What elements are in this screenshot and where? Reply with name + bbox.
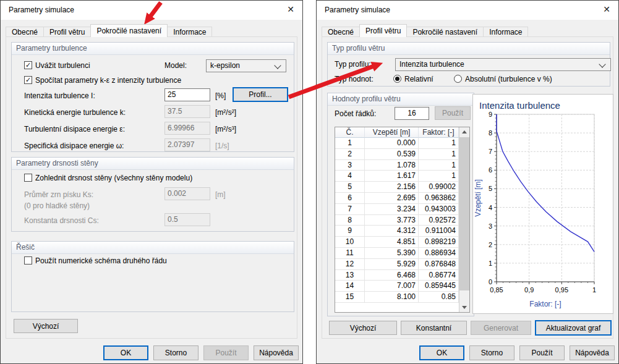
tab-profil-větru[interactable]: Profil větru [43, 27, 91, 37]
table-cell[interactable]: 1.078 [365, 160, 419, 171]
model-combobox[interactable]: k-epsilon [206, 59, 286, 72]
tab-pokročilé-nastavení[interactable]: Pokročilé nastavení [90, 24, 168, 37]
close-icon[interactable]: ✕ [287, 4, 294, 14]
table-row[interactable]: 147.0070.859445 [335, 281, 459, 292]
table-cell[interactable]: 2.156 [365, 182, 419, 193]
checkbox-consider-turbulence[interactable]: ✓ [24, 61, 32, 69]
table-cell[interactable]: 0.99002 [419, 182, 459, 193]
table-cell[interactable]: 15 [335, 292, 365, 303]
tab-informace[interactable]: Informace [167, 27, 212, 37]
scroll-down-icon[interactable] [459, 302, 469, 312]
close-icon[interactable]: ✕ [603, 4, 610, 14]
constant-button[interactable]: Konstantní [401, 321, 467, 335]
cancel-button[interactable]: Storno [153, 345, 199, 360]
help-button[interactable]: Nápověda [570, 345, 615, 360]
table-cell[interactable]: 7.007 [365, 281, 419, 292]
table-cell[interactable]: 5.390 [365, 248, 419, 259]
table-cell[interactable]: 11 [335, 248, 365, 259]
table-cell[interactable]: 1 [419, 171, 459, 182]
table-row[interactable]: 10.0001 [335, 138, 459, 149]
ok-button[interactable]: OK [103, 345, 148, 360]
table-row[interactable]: 20.5391 [335, 149, 459, 160]
tab-pokročilé-nastavení[interactable]: Pokročilé nastavení [406, 27, 484, 37]
row-count-input[interactable]: 16 [395, 107, 429, 120]
table-row[interactable]: 94.3120.911004 [335, 226, 459, 237]
table-row[interactable]: 41.6171 [335, 171, 459, 182]
table-cell[interactable]: 0.85 [419, 292, 459, 303]
ok-button[interactable]: OK [419, 345, 464, 360]
scrollbar-thumb[interactable] [459, 137, 469, 290]
table-row[interactable]: 31.0781 [335, 160, 459, 171]
table-cell[interactable]: 1.617 [365, 171, 419, 182]
table-cell[interactable]: 5 [335, 182, 365, 193]
table-cell[interactable]: 9 [335, 226, 365, 237]
apply-button[interactable]: Použít [519, 345, 565, 360]
table-cell[interactable]: 3.773 [365, 215, 419, 226]
tab-informace[interactable]: Informace [483, 27, 528, 37]
table-cell[interactable]: 5.929 [365, 259, 419, 270]
table-row[interactable]: 83.7730.92572 [335, 215, 459, 226]
table-cell[interactable]: 6 [335, 193, 365, 204]
table-cell[interactable]: 12 [335, 259, 365, 270]
table-cell[interactable]: 1 [335, 138, 365, 149]
table-row[interactable]: 104.8510.898219 [335, 237, 459, 248]
table-cell[interactable]: 0.859445 [419, 281, 459, 292]
table-cell[interactable]: 0.539 [365, 149, 419, 160]
scroll-up-icon[interactable] [459, 127, 469, 137]
default-button[interactable]: Výchozí [14, 319, 78, 333]
column-header[interactable]: Č. [335, 127, 365, 138]
table-cell[interactable]: 7 [335, 204, 365, 215]
table-cell[interactable]: 0.911004 [419, 226, 459, 237]
table-cell[interactable]: 0.898219 [419, 237, 459, 248]
radio-absolute[interactable] [454, 75, 462, 83]
table-cell[interactable]: 0.886934 [419, 248, 459, 259]
table-cell[interactable]: 2.695 [365, 193, 419, 204]
intensity-input[interactable]: 25 [164, 88, 210, 101]
tab-obecné[interactable]: Obecné [322, 27, 360, 37]
table-cell[interactable]: 0.92572 [419, 215, 459, 226]
table-cell[interactable]: 3.234 [365, 204, 419, 215]
profile-button[interactable]: Profil... [233, 87, 288, 102]
tab-profil-větru[interactable]: Profil větru [359, 24, 407, 37]
default-button[interactable]: Výchozí [329, 321, 397, 335]
table-cell[interactable]: 0.86774 [419, 270, 459, 281]
column-header[interactable]: Vzepětí [m] [365, 127, 419, 138]
table-cell[interactable]: 0.963862 [419, 193, 459, 204]
titlebar[interactable]: Parametry simulace ✕ [1, 1, 302, 20]
checkbox-compute-ke[interactable]: ✓ [24, 76, 32, 84]
table-cell[interactable]: 4 [335, 171, 365, 182]
table-cell[interactable]: 4.851 [365, 237, 419, 248]
tab-obecné[interactable]: Obecné [6, 27, 44, 37]
table-row[interactable]: 158.1000.85 [335, 292, 459, 303]
table-cell[interactable]: 8 [335, 215, 365, 226]
table-cell[interactable]: 2 [335, 149, 365, 160]
table-row[interactable]: 125.9290.876848 [335, 259, 459, 270]
table-cell[interactable]: 4.312 [365, 226, 419, 237]
table-row[interactable]: 52.1560.99002 [335, 182, 459, 193]
table-cell[interactable]: 1 [419, 149, 459, 160]
table-row[interactable]: 115.3900.886934 [335, 248, 459, 259]
table-cell[interactable]: 0.876848 [419, 259, 459, 270]
table-cell[interactable]: 10 [335, 237, 365, 248]
table-cell[interactable]: 3 [335, 160, 365, 171]
table-cell[interactable]: 8.100 [365, 292, 419, 303]
table-cell[interactable]: 0.943003 [419, 204, 459, 215]
table-cell[interactable]: 14 [335, 281, 365, 292]
help-button[interactable]: Nápověda [254, 345, 299, 360]
table-row[interactable]: 136.4680.86774 [335, 270, 459, 281]
table-row[interactable]: 73.2340.943003 [335, 204, 459, 215]
table-scrollbar[interactable] [459, 127, 469, 312]
table-cell[interactable]: 13 [335, 270, 365, 281]
table-row[interactable]: 62.6950.963862 [335, 193, 459, 204]
table-cell[interactable]: 1 [419, 160, 459, 171]
table-cell[interactable]: 0.000 [365, 138, 419, 149]
titlebar[interactable]: Parametry simulace ✕ [317, 1, 618, 20]
checkbox-wall-roughness[interactable] [24, 174, 32, 182]
radio-relative[interactable] [393, 75, 401, 83]
checkbox-second-order[interactable] [24, 256, 32, 265]
table-cell[interactable]: 6.468 [365, 270, 419, 281]
column-header[interactable]: Faktor: [-] [419, 127, 459, 138]
profile-type-combobox[interactable]: Intenzita turbulence [395, 58, 611, 71]
update-chart-button[interactable]: Aktualizovat graf [535, 320, 612, 336]
table-cell[interactable]: 1 [419, 138, 459, 149]
